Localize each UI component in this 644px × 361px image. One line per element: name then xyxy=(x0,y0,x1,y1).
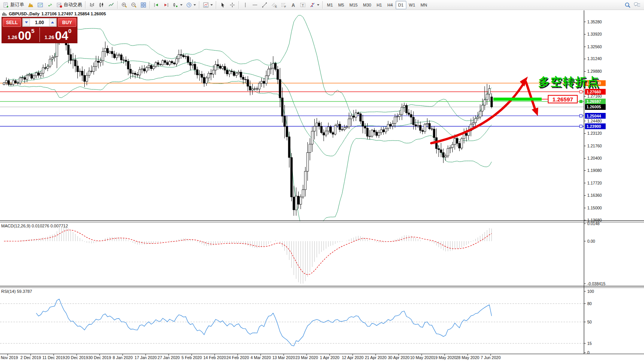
charts-window-button[interactable] xyxy=(35,0,45,10)
candle xyxy=(369,136,371,137)
price-badge-label: 1.23900 xyxy=(586,124,601,129)
buy-price[interactable]: 1.26 04 0 xyxy=(40,28,77,42)
chat-button[interactable] xyxy=(632,0,642,10)
candle xyxy=(224,66,226,70)
fibonacci-button[interactable]: F xyxy=(279,0,288,10)
bar-chart-button[interactable] xyxy=(87,0,97,10)
volume-spinner: 1.00 xyxy=(22,18,57,27)
timeframe-MN[interactable]: MN xyxy=(418,1,430,9)
vertical-line-button[interactable] xyxy=(240,0,250,10)
macd-axis[interactable]: 0.01480.00-0.038415 xyxy=(584,221,605,286)
candle xyxy=(440,150,442,152)
symbol-period-label: GBPUSD-,Daily xyxy=(9,11,39,16)
rsi-pane[interactable] xyxy=(0,299,584,346)
autotrading-button[interactable]: 自动交易 xyxy=(54,0,84,10)
candle xyxy=(383,130,384,132)
candle xyxy=(12,81,14,85)
main-pane[interactable] xyxy=(0,15,584,240)
chevron-down-icon xyxy=(194,4,196,6)
line-handle[interactable] xyxy=(580,114,582,117)
label-button[interactable]: T xyxy=(298,0,307,10)
volume-increase-button[interactable] xyxy=(49,19,56,26)
zoom-in-icon xyxy=(121,2,127,8)
candle xyxy=(297,196,299,204)
sell-price[interactable]: 1.26 00 5 xyxy=(3,28,40,42)
candle xyxy=(132,73,134,74)
line-handle[interactable] xyxy=(580,90,582,93)
volume-decrease-button[interactable] xyxy=(23,19,30,26)
turning-point-annotation[interactable]: 多空转折点 xyxy=(538,74,600,90)
candle xyxy=(123,60,125,60)
buy-button[interactable]: BUY xyxy=(58,18,76,27)
candle xyxy=(387,124,389,129)
rsi-line xyxy=(36,299,492,346)
timeframe-H4[interactable]: H4 xyxy=(384,1,395,9)
timeframe-M30[interactable]: M30 xyxy=(360,1,374,9)
timeframe-M15[interactable]: M15 xyxy=(347,1,360,9)
line-handle[interactable] xyxy=(580,100,582,103)
templates-button[interactable] xyxy=(201,0,214,10)
candle xyxy=(318,123,320,126)
price-level-label[interactable]: 1.26597 xyxy=(548,95,578,103)
arrows-button[interactable] xyxy=(307,0,321,10)
line-chart-button[interactable] xyxy=(106,0,116,10)
trendline-button[interactable] xyxy=(260,0,269,10)
crosshair-button[interactable] xyxy=(227,0,237,10)
chart-shift-button[interactable] xyxy=(161,0,171,10)
macd-pane[interactable] xyxy=(4,227,492,284)
candle xyxy=(155,63,157,67)
price-tick-label: 1.19080 xyxy=(587,168,602,173)
uptrend-arrow[interactable] xyxy=(431,83,524,143)
timeframe-H1[interactable]: H1 xyxy=(374,1,384,9)
date-label: 27 Jan 2020 xyxy=(158,355,180,360)
search-button[interactable] xyxy=(623,0,632,10)
rsi-tick-label: 50 xyxy=(587,320,592,324)
candle xyxy=(109,51,111,53)
candle xyxy=(242,77,244,80)
candle xyxy=(412,117,414,125)
chart-shift-icon xyxy=(163,2,169,8)
text-button[interactable]: A xyxy=(288,0,298,10)
zoom-out-button[interactable] xyxy=(129,0,138,10)
candle xyxy=(86,75,88,82)
templates-icon xyxy=(202,2,209,8)
candle xyxy=(254,89,256,89)
metaquotes-button[interactable] xyxy=(26,0,35,10)
horizontal-line-button[interactable] xyxy=(250,0,260,10)
timeframe-W1[interactable]: W1 xyxy=(406,1,418,9)
cursor-button[interactable] xyxy=(218,0,227,10)
zoom-in-button[interactable] xyxy=(119,0,129,10)
timeframe-D1[interactable]: D1 xyxy=(396,1,406,9)
signals-button[interactable] xyxy=(45,0,54,10)
candle xyxy=(169,61,171,65)
new-chart-button[interactable] xyxy=(171,0,184,10)
candle xyxy=(274,63,276,69)
search-icon xyxy=(624,2,631,8)
line-handle[interactable] xyxy=(580,125,582,127)
rsi-axis[interactable]: 1008050150 xyxy=(584,289,594,355)
reversal-arrow[interactable] xyxy=(526,82,535,108)
new-order-button[interactable]: 新订单 xyxy=(1,0,26,10)
candle xyxy=(461,139,463,148)
sell-button[interactable]: SELL xyxy=(3,18,21,27)
volume-value[interactable]: 1.00 xyxy=(30,18,49,26)
candle xyxy=(465,133,467,136)
timeframe-M1[interactable]: M1 xyxy=(324,1,335,9)
price-axis[interactable]: 1.352801.339201.325601.312401.298801.271… xyxy=(580,20,606,222)
equidistant-channel-button[interactable]: E xyxy=(269,0,279,10)
support-level-bar[interactable] xyxy=(493,98,542,101)
label-icon: T xyxy=(299,2,306,8)
price-chart[interactable]: 1.352801.339201.325601.312401.298801.271… xyxy=(0,0,644,361)
arrows-icon xyxy=(309,2,315,8)
timeframe-M5[interactable]: M5 xyxy=(335,1,347,9)
macd-tick-label: 0.0148 xyxy=(587,221,600,226)
auto-scroll-button[interactable] xyxy=(151,0,161,10)
candle xyxy=(491,97,493,107)
candle xyxy=(272,63,274,68)
periods-button[interactable] xyxy=(184,0,197,10)
candlestick-chart-button[interactable] xyxy=(97,0,106,10)
tile-windows-button[interactable] xyxy=(138,0,148,10)
time-axis[interactable]: 2 Nov 20192 Dec 201911 Dec 201920 Dec 20… xyxy=(0,354,501,360)
date-label: 4 Mar 2020 xyxy=(250,355,271,360)
buy-price-big: 04 xyxy=(55,31,68,41)
